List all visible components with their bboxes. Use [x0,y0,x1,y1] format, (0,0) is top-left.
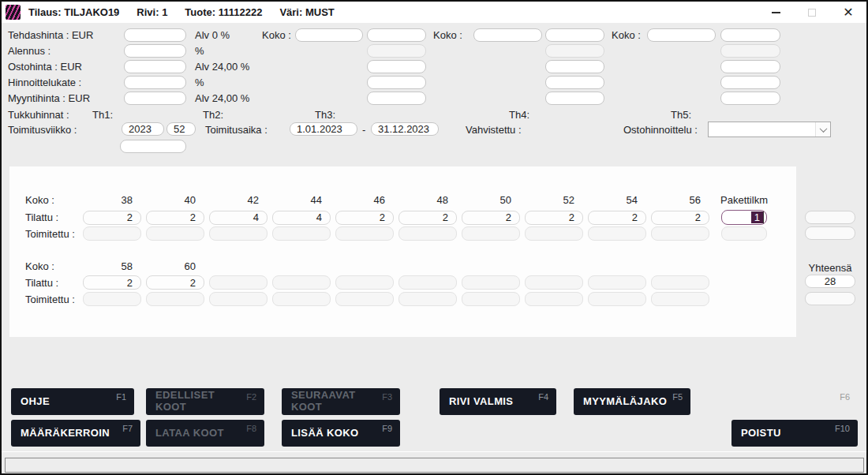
tilattu-input[interactable] [272,211,331,225]
toimitusviikko-extra-input[interactable] [120,140,186,153]
toimitettu-row-label: Toimitettu : [9,294,83,305]
yhteensa-toimitettu-input [805,292,855,305]
toimitettu-input [651,226,709,241]
toimitettu-input [462,226,520,241]
tehdashinta-input[interactable] [124,28,186,42]
minimize-button[interactable] [758,2,794,23]
toimitettu-input [588,292,646,306]
alv24-label: Alv 24,00 % [195,92,249,105]
hinnoittelukate-input[interactable] [124,76,186,89]
fkey-label: F1 [116,392,126,402]
koko1-col-input[interactable] [367,60,426,73]
app-logo-icon [6,5,21,20]
lataa-koot-button: LATAA KOOT F8 [146,420,264,447]
koko3-label: Koko : [612,28,641,42]
toimitettu-input [83,292,141,306]
tilattu-input[interactable] [146,275,204,290]
tilattu-input[interactable] [525,211,583,225]
th3-label: Th3: [315,108,335,122]
koko3-col-input[interactable] [720,92,780,105]
koko2-col-input [545,44,604,58]
tilattu-input[interactable] [398,211,457,225]
koko1-input[interactable] [295,28,363,42]
toimitettu-input [272,292,331,306]
close-icon: ✕ [843,5,853,20]
koko1-col-input[interactable] [367,92,426,105]
koko3-col-input[interactable] [720,28,780,42]
fkey-label: F7 [122,424,133,433]
toimitusviikko-week-input[interactable] [166,122,196,136]
status-bar [2,451,866,473]
myyntihinta-input[interactable] [124,92,186,105]
toimitettu-input [525,226,583,241]
tilattu-input[interactable] [83,211,141,225]
close-button[interactable]: ✕ [830,2,866,23]
toimitettu-row-1: Toimitettu : [9,226,767,241]
title-bar: Tilaus: TILJAKO19 Rivi: 1 Tuote: 1111222… [2,2,866,23]
pakettilkm-input[interactable]: 1 [721,210,767,225]
yhteensa-input[interactable] [805,275,855,288]
tilattu-input[interactable] [83,275,141,290]
tukkuhinnat-label: Tukkuhinnat : [8,108,69,122]
percent-label: % [195,76,204,89]
maarakerroin-button[interactable]: MÄÄRÄKERROIN F7 [11,420,140,447]
tilattu-row-label: Tilattu : [9,211,83,223]
tilattu-input[interactable] [462,211,520,225]
koko1-col-input[interactable] [367,76,426,89]
koko2-col-input[interactable] [545,28,604,42]
vahvistettu-label: Vahvistettu : [466,123,522,137]
fkey-label: F6 [840,392,850,402]
koko2-col-input[interactable] [545,92,604,105]
poistu-button[interactable]: POISTU F10 [731,420,858,447]
right-total-input [805,211,855,224]
ostohinnoittelu-select[interactable] [708,122,831,137]
tilattu-input[interactable] [651,211,709,225]
koko1-col-input [367,44,426,58]
tilattu-input [651,275,709,290]
fkey-label: F2 [246,392,256,402]
size-header-row-2: Koko : 58 60 [9,260,209,272]
size-header: 52 [525,194,583,206]
lisaa-koko-button[interactable]: LISÄÄ KOKO F9 [282,420,400,447]
maximize-button [794,2,830,23]
ostohinta-input[interactable] [124,60,186,73]
toimitettu-row-label: Toimitettu : [9,228,83,240]
tilattu-input[interactable] [209,211,268,225]
myyntihinta-label: Myyntihinta : EUR [8,92,90,105]
edelliset-koot-button: EDELLISET KOOT F2 [146,388,264,415]
koko3-input[interactable] [647,28,716,42]
tilattu-input [525,275,583,290]
ohje-button[interactable]: OHJE F1 [11,388,134,415]
koko1-label: Koko : [262,28,291,42]
toimitusaika-end-input[interactable] [371,122,439,136]
tehdashinta-label: Tehdashinta : EUR [8,28,93,42]
size-header: 54 [588,194,646,206]
th1-label: Th1: [92,108,113,122]
myymalajako-button[interactable]: MYYMÄLÄJAKO F5 [574,388,690,415]
pakettilkm-toimitettu-input [721,226,767,241]
toimitettu-input [651,292,709,306]
tilattu-input[interactable] [335,211,394,225]
koko3-col-input[interactable] [720,60,780,73]
date-range-dash: - [362,123,365,137]
tilattu-input[interactable] [146,211,204,225]
koko1-col-input[interactable] [367,28,426,42]
alennus-input[interactable] [124,44,186,58]
koko2-col-input[interactable] [545,76,604,89]
fkey-label: F4 [538,392,548,402]
status-message [5,458,864,473]
toimitettu-input [335,226,394,241]
toimitettu-input [398,292,457,306]
koko2-col-input[interactable] [545,60,604,73]
koko3-col-input[interactable] [720,76,780,89]
toimitusviikko-year-input[interactable] [122,122,164,136]
rivi-valmis-button[interactable]: RIVI VALMIS F4 [440,388,556,415]
size-header: 50 [462,194,520,206]
tilattu-input[interactable] [588,211,646,225]
toimitusaika-start-input[interactable] [290,122,357,136]
toimitusaika-label: Toimitusaika : [205,123,268,137]
alennus-label: Alennus : [8,44,51,58]
koko2-input[interactable] [473,28,542,42]
koko-row-label: Koko : [9,194,83,206]
th4-label: Th4: [509,108,529,122]
